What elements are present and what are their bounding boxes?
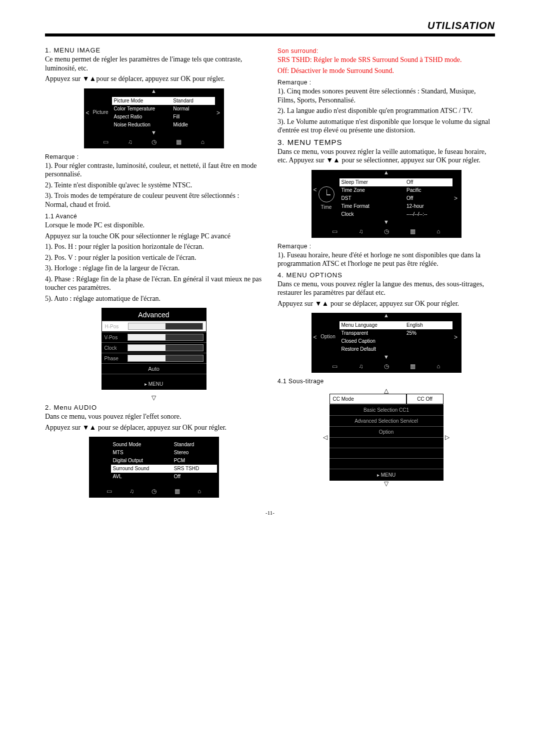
osd-row[interactable]: Closed Caption [340, 337, 452, 345]
clock-icon[interactable]: ◷ [152, 488, 156, 495]
cc-menu[interactable]: MENU [330, 469, 444, 481]
osd-category-icons: ▭ ♫ ◷ ▦ ⌂ [84, 135, 224, 148]
clock-icon[interactable]: ◷ [384, 228, 389, 235]
music-icon[interactable]: ♫ [128, 138, 132, 145]
adv-row[interactable]: Clock [102, 342, 206, 353]
surround-title: Son surround: [278, 47, 495, 54]
cc-row[interactable]: Option [330, 426, 444, 437]
label: MTS [111, 449, 172, 457]
grid-icon[interactable]: ▦ [176, 138, 182, 145]
value [404, 345, 452, 353]
osd-row[interactable]: Digital OutputPCM [111, 457, 217, 465]
adv-auto[interactable]: Auto [102, 363, 206, 374]
tab-text: Option [320, 334, 335, 339]
label: Digital Output [111, 457, 172, 465]
osd-row[interactable]: Noise ReductionMiddle [112, 121, 215, 129]
osd-row[interactable]: Clock----/--/--:-- [340, 210, 452, 218]
triangle-down-icon: ▽ [322, 481, 452, 487]
osd-row[interactable]: Color TemperatureNormal [112, 105, 215, 113]
slider[interactable] [128, 323, 203, 330]
section-4-1-title: 4.1 Sous-titrage [278, 378, 495, 385]
adv-row[interactable]: V-Pos [102, 332, 206, 342]
label: Restore Default [340, 345, 405, 353]
value: Stereo [172, 449, 217, 457]
grid-icon[interactable]: ▦ [410, 363, 416, 370]
label: Clock [340, 210, 405, 218]
section-1-1-title: 1.1 Avancé [45, 213, 262, 220]
lock-icon[interactable]: ⌂ [198, 488, 201, 495]
monitor-icon[interactable]: ▭ [332, 228, 338, 235]
list-item: 5). Auto : réglage automatique de l'écra… [45, 294, 262, 303]
lock-icon[interactable]: ⌂ [436, 363, 440, 370]
clock-icon[interactable]: ◷ [152, 138, 156, 145]
slider[interactable] [128, 344, 204, 351]
music-icon[interactable]: ♫ [130, 488, 134, 495]
value: ----/--/--:-- [404, 210, 452, 218]
cc-empty [330, 448, 444, 458]
cc-empty [330, 437, 444, 448]
slider[interactable] [128, 334, 204, 341]
lock-icon[interactable]: ⌂ [436, 228, 440, 235]
value: SRS TSHD [172, 465, 217, 473]
music-icon[interactable]: ♫ [358, 228, 363, 235]
triangle-right-icon: ▷ [444, 434, 452, 441]
remark-item: 1). Cinq modes sonores peuvent être séle… [278, 87, 495, 104]
osd-sound: Sound ModeStandard MTSStereo Digital Out… [89, 437, 219, 498]
music-icon[interactable]: ♫ [358, 363, 363, 370]
text: Lorsque le mode PC est disponible. [45, 221, 262, 230]
osd-picture: ▲ <Picture Picture ModeStandard Color Te… [84, 88, 224, 148]
section-3-desc: Dans ce menu, vous pouvez régler la veil… [278, 147, 495, 165]
osd-row[interactable]: Aspect RatioFill [112, 113, 215, 121]
label: AVL [111, 473, 172, 481]
osd-row[interactable]: Sound ModeStandard [111, 441, 217, 449]
label: V-Pos [104, 335, 128, 340]
osd-row[interactable]: Picture ModeStandard [112, 97, 215, 105]
value: Standard [172, 441, 217, 449]
osd-row[interactable]: Sleep TimerOff [340, 178, 452, 186]
remark-title: Remarque : [278, 243, 495, 250]
value: Middle [171, 121, 214, 129]
osd-row[interactable]: MTSStereo [111, 449, 217, 457]
label: Closed Caption [340, 337, 405, 345]
arrows: ▼▲ [315, 300, 329, 307]
clock-graphic-icon [318, 186, 334, 202]
grid-icon[interactable]: ▦ [174, 488, 180, 495]
osd-row[interactable]: Time Format12-hour [340, 202, 452, 210]
osd-advanced: Advanced H-Pos V-Pos Clock Phase Auto ME… [102, 308, 206, 390]
osd-row[interactable]: Restore Default [340, 345, 452, 353]
section-1-desc: Ce menu permet de régler les paramètres … [45, 55, 262, 72]
adv-menu[interactable]: MENU [102, 378, 206, 390]
grid-icon[interactable]: ▦ [410, 228, 416, 235]
osd-row[interactable]: Menu LanguageEnglish [340, 321, 452, 329]
monitor-icon[interactable]: ▭ [103, 138, 108, 145]
value [404, 337, 452, 345]
osd-tab-label: <Picture [86, 109, 112, 116]
section-1-title: 1. MENU IMAGE [45, 46, 262, 54]
osd-row[interactable]: Surround SoundSRS TSHD [111, 465, 217, 473]
lock-icon[interactable]: ⌂ [201, 138, 204, 145]
tab-text: Picture [92, 109, 108, 115]
cc-head-row[interactable]: CC Mode CC Off [330, 394, 444, 404]
cc-row[interactable]: Basic Selection CC1 [330, 404, 444, 415]
section-2-desc: Dans ce menu, vous pouvez régler l'effet… [45, 412, 262, 421]
monitor-icon[interactable]: ▭ [332, 363, 338, 370]
osd-row[interactable]: AVLOff [111, 473, 217, 481]
monitor-icon[interactable]: ▭ [106, 488, 112, 495]
section-4-title: 4. MENU OPTIONS [278, 271, 495, 279]
clock-icon[interactable]: ◷ [384, 363, 389, 370]
osd-row[interactable]: Time ZonePacific [340, 186, 452, 194]
adv-row[interactable]: H-Pos [102, 321, 206, 332]
cc-row[interactable]: Advanced Selection Servicel [330, 415, 444, 426]
osd-rows: Menu LanguageEnglish Transparent25% Clos… [340, 321, 452, 353]
text: Appuyez sur [278, 300, 315, 307]
slider[interactable] [128, 355, 204, 362]
label: Time Zone [340, 186, 405, 194]
osd-rows: Sleep TimerOff Time ZonePacific DSTOff T… [340, 178, 452, 218]
label: Sleep Timer [340, 178, 405, 186]
label: Time Format [340, 202, 405, 210]
value: Pacific [404, 186, 452, 194]
osd-row[interactable]: DSTOff [340, 194, 452, 202]
osd-row[interactable]: Transparent25% [340, 329, 452, 337]
adv-row[interactable]: Phase [102, 353, 206, 363]
cc-mode-value: CC Off [406, 394, 444, 404]
